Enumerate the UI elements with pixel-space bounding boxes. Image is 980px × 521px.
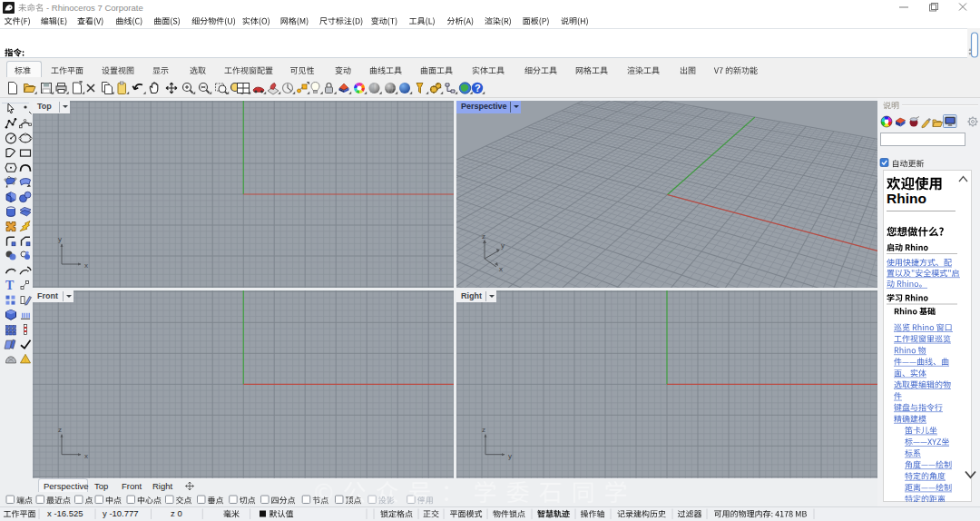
svg-text:x: x — [84, 261, 88, 270]
svg-text:z: z — [58, 425, 62, 433]
svg-text:y: y — [501, 241, 505, 250]
svg-text:z: z — [482, 232, 485, 241]
svg-text:x: x — [499, 265, 503, 273]
svg-text:z: z — [482, 425, 485, 433]
svg-text:T: T — [5, 279, 15, 292]
svg-text:?: ? — [475, 83, 481, 93]
svg-text:y: y — [58, 235, 62, 243]
svg-text:y: y — [508, 451, 512, 459]
svg-text:x: x — [84, 451, 88, 459]
svg-text:Rhino: Rhino — [887, 191, 926, 206]
